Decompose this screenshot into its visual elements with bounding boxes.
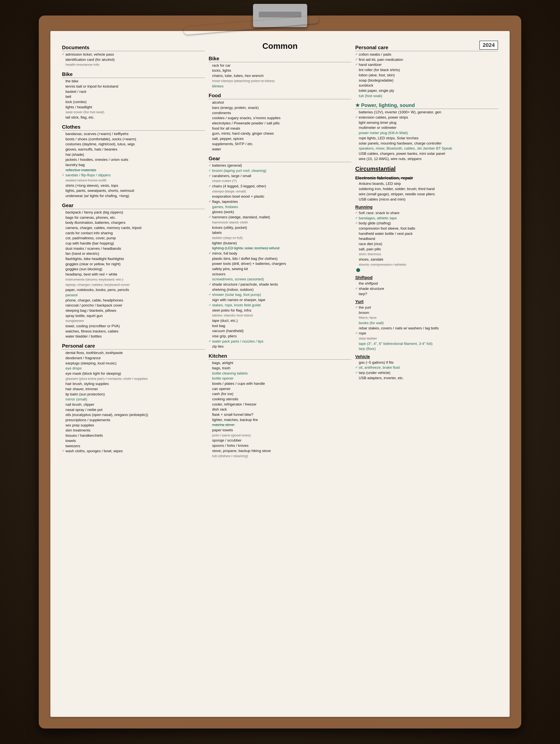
list-item: hat (shade) <box>62 152 205 157</box>
list-item: identification card (for alcohol) <box>62 57 205 62</box>
list-item: admission ticket, vehicle pass <box>62 52 205 57</box>
list-item: sandals / flip-flops / slippers <box>62 173 205 178</box>
list-item: tape (duct, etc.) <box>209 318 351 323</box>
list-item: sunblock <box>355 83 498 88</box>
list-item: sealed return-home outfit <box>62 178 205 183</box>
list-item: tights, pants, sweatpants, shorts, swims… <box>62 188 205 193</box>
list-item: water bladder / bottles <box>62 334 205 339</box>
documents-items: admission ticket, vehicle pass identific… <box>62 52 205 67</box>
list-item: dental floss, toothbrush, toothpaste <box>62 350 205 356</box>
list-item: watches, fitness trackers, cables <box>62 329 205 334</box>
list-item: boots / shoes (comfortable), socks (+war… <box>62 137 205 142</box>
list-item: hair shaver, trimmer <box>62 386 205 392</box>
list-item: food for all meals <box>209 126 351 131</box>
list-item: race diet (rice) <box>355 241 498 247</box>
list-item: flags, tapestries <box>209 199 351 204</box>
circumstantial-title: Circumstantial <box>355 165 498 173</box>
list-item: tool bag <box>209 323 351 329</box>
list-item: headlamp, best with red + white <box>62 272 205 277</box>
list-item: stakes, rope, knots field guide <box>209 303 351 308</box>
list-item: flashlights, bike headlight flashlights <box>62 256 205 262</box>
list-item: batteries (12V), inverter (1000+ W), gen… <box>355 110 498 115</box>
list-item: backpack / fanny pack (big zippers) <box>62 210 205 215</box>
list-item: lint roller (for black shirts) <box>355 67 498 73</box>
list-item: electrolytes / Powerade powder / salt pi… <box>209 121 351 126</box>
list-item: towel, cooling (microfiber or PVA) <box>62 324 205 329</box>
personal-care-3-items: cotton swabs / pads first aid kit, pain … <box>355 52 498 99</box>
list-item: matcha stirrer <box>209 422 351 427</box>
list-item: cash (for ice) <box>209 392 351 397</box>
list-item: lotion (aloe, foot, skin) <box>355 73 498 78</box>
section-shiftpod: Shiftpod <box>355 275 498 281</box>
list-item: safety pins, sewing kit <box>209 266 351 272</box>
list-item: stove, propane, backup hiking stove <box>209 448 351 454</box>
clip-bar <box>259 12 301 17</box>
list-item: paper towels <box>209 427 351 433</box>
section-bike-2: Bike <box>209 55 351 62</box>
list-item: first aid kit, pain medication <box>355 57 498 62</box>
list-item: lighter (butane) <box>209 240 351 246</box>
list-item: lock (combo) <box>62 100 205 105</box>
list-item: shade structure <box>355 286 498 291</box>
list-item: USB cables (micro and mini) <box>355 197 498 202</box>
list-item: shirt, thermos <box>355 252 498 257</box>
list-item: water pack parts / nozzles / tips <box>209 339 351 344</box>
list-item: oils (eucalyptus (open nasal), oregano (… <box>62 412 205 417</box>
list-item: filters, fans <box>355 315 498 321</box>
list-item: reflective materials <box>62 168 205 173</box>
list-item: bowls / plates / cups with handle <box>209 381 351 386</box>
list-item: hammock stand, cloth <box>209 220 351 225</box>
list-item: power tools (drill, driver) + batteries,… <box>209 261 351 266</box>
list-item: salt, pepper, spices <box>209 136 351 142</box>
list-item: locks, lights <box>209 68 351 73</box>
kitchen-items: bags, airtight bags, trash bottle cleani… <box>209 360 351 458</box>
list-item: underwear (w/ tights for chafing, +long) <box>62 193 205 198</box>
list-item: handheld water bottle / vest pack <box>355 231 498 236</box>
section-running: Running <box>355 204 498 210</box>
gear-1-items: backpack / fanny pack (big zippers) bags… <box>62 210 205 339</box>
list-item: sex prep supplies <box>62 423 205 428</box>
bike-1-items: the bike tennis ball or tripod for kicks… <box>62 79 205 120</box>
list-item: tables, stands; tool stand <box>209 313 351 318</box>
list-item: wash cloths, sponges / bowl, wipes <box>62 449 205 454</box>
list-item: gloves (work) <box>209 210 351 215</box>
list-item: bags, airtight <box>209 360 351 366</box>
list-item: spoons / forks / knives <box>209 443 351 448</box>
list-item: steel poles for flag, infra <box>209 308 351 313</box>
list-item: seat cover (for hot seat) <box>62 110 205 115</box>
list-item: compression foot sleeve, foot balls <box>355 226 498 231</box>
gear-2-items: batteries (general) broom (taping yurt r… <box>209 163 351 349</box>
list-item: evaporation bowl wood + plastic <box>209 194 351 199</box>
list-item: clamps (large, small) <box>209 189 351 194</box>
list-item: chairs (4 legged, 3 legged, other) <box>209 184 351 189</box>
list-item: toilet paper, single ply <box>355 88 498 94</box>
list-item: batteries (general) <box>209 163 351 168</box>
list-item: sleeping bag / blankets, pillows <box>62 308 205 313</box>
list-item: fan (hand or electric) <box>62 251 205 256</box>
list-item: dust masks / scarves / headbands <box>62 246 205 251</box>
list-item: screwdrivers, screws (assorted) <box>209 277 351 282</box>
list-item: body glide (chafing) <box>355 221 498 226</box>
list-item: sunglasses <box>62 318 205 324</box>
section-yurt: Yurt <box>355 299 498 305</box>
list-item: multimeter or voltmeter <box>355 125 498 131</box>
list-item: rope <box>355 331 498 336</box>
list-item: costumes (daytime, night/cool), tutus, w… <box>62 142 205 147</box>
list-item: chain cutter (?) <box>209 179 351 184</box>
list-item: zip ties <box>209 344 351 349</box>
shiftpod-items: the shiftpod shade structure tarp? <box>355 281 498 296</box>
list-item: gloves, earmuffs, hats / beanies <box>62 147 205 152</box>
list-item: tub (foot soak) <box>355 94 498 99</box>
list-item: salt, pain pills <box>355 247 498 252</box>
section-efab: Electronic fabrication, repair <box>355 175 498 181</box>
list-item: soap (biodegradable) <box>355 78 498 83</box>
list-item: bags, trash <box>209 366 351 371</box>
list-item: skin treatments <box>62 428 205 433</box>
list-item: instruments (drums, keyboard, etc.) <box>62 277 205 282</box>
column-1: Documents admission ticket, vehicle pass… <box>62 41 205 707</box>
list-item: gas (~5 gallons) if fits <box>355 360 498 365</box>
list-item: wire (10, 12 AWG), wire nuts, strippers <box>355 156 498 161</box>
list-item: cooking utensils <box>209 397 351 402</box>
list-item: lights / headlight <box>62 105 205 110</box>
list-item: water <box>209 147 351 152</box>
